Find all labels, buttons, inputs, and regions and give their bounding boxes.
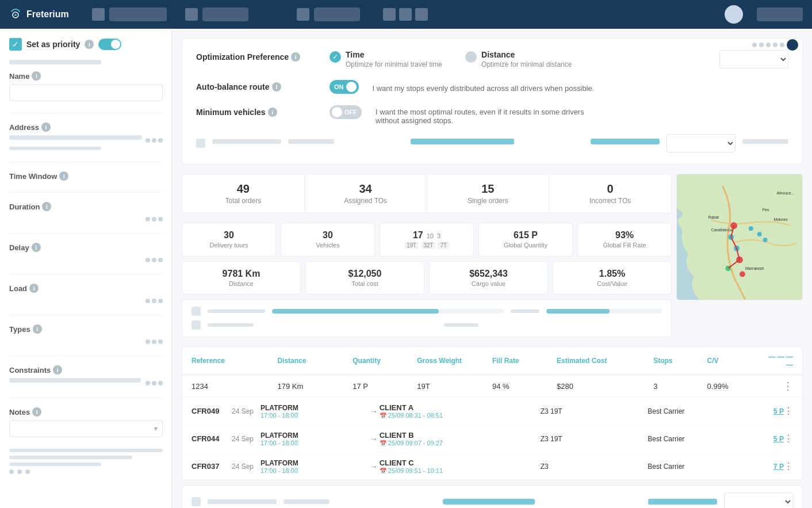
minvehicles-toggle[interactable]: OFF <box>330 105 362 119</box>
th-reference: Reference <box>191 357 277 365</box>
dr-carrier-cfr037: Best Carrier <box>648 463 755 471</box>
dr-from-name-cfr044: PLATFORM <box>261 431 368 440</box>
progress-icon-1 <box>191 307 201 316</box>
cost-value-num: 1.85% <box>558 269 667 279</box>
dr-dots-cfr044[interactable]: ⋮ <box>784 433 793 444</box>
dr-from-time-cfr049: 17:00 - 18:00 <box>261 412 368 419</box>
delivery-table: Reference Distance Quantity Gross Weight… <box>182 346 803 480</box>
nav-item-2[interactable] <box>202 7 248 21</box>
constraints-info-icon: i <box>53 365 62 375</box>
summary-cv: 0.99% <box>707 382 761 391</box>
duration-info-icon: i <box>42 202 51 211</box>
opt-select-1[interactable] <box>719 50 788 68</box>
stat-total-orders: 49 Total orders <box>182 174 305 213</box>
dot-large <box>787 39 798 51</box>
svg-text:Marrakesh: Marrakesh <box>745 266 764 270</box>
opt-autobalance-label: Auto-balance route i <box>196 80 311 91</box>
delivery-tours-label: Delivery tours <box>187 242 271 249</box>
dr-from-cfr037: PLATFORM 17:00 - 18:00 <box>261 459 368 474</box>
th-actions: — — — — <box>761 353 793 369</box>
field-name-label: Name i <box>9 71 163 81</box>
cargo-value-num: $652,343 <box>434 269 543 279</box>
dr-to-cfr049: CLIENT A 📅 25/09 08:31 - 08:51 <box>380 403 541 419</box>
time-label: Time <box>346 50 442 59</box>
opt-select-2[interactable] <box>667 134 736 152</box>
minvehicles-info: i <box>268 108 277 117</box>
dr-to-time-cfr044: 📅 25/09 09:07 - 09:27 <box>380 440 541 446</box>
stat-single-orders-num: 15 <box>432 182 545 196</box>
summary-more-icon[interactable]: ⋮ <box>761 380 793 392</box>
opt-time-choice[interactable]: ✓ Time Optimize for minimal travel time <box>330 50 442 68</box>
progress-label-2 <box>208 323 254 327</box>
divider-types <box>9 356 163 356</box>
time-desc: Optimize for minimal travel time <box>346 60 442 68</box>
dr-to-name-cfr037: CLIENT C <box>380 459 541 467</box>
dot-2 <box>759 43 764 47</box>
divider-address <box>9 162 163 162</box>
dr-link-cfr044[interactable]: 5 P <box>755 435 784 443</box>
stat-global-fill: 93% Global Fill Rate <box>577 223 672 257</box>
minvehicles-desc: I want the most optimal routes, even if … <box>376 105 606 125</box>
global-fill-num: 93% <box>583 230 667 240</box>
main-layout: ✓ Set as priority i Name i Address i <box>0 29 812 508</box>
field-address-label: Address i <box>9 123 163 132</box>
stat-incorrect-tos-num: 0 <box>554 182 667 196</box>
bottom-select[interactable] <box>724 492 793 508</box>
field-constraints-label: Constraints i <box>9 365 163 375</box>
chevron-down-icon: ▾ <box>154 425 158 433</box>
summary-quantity: 17 P <box>353 382 417 391</box>
stat-delivery-tours: 30 Delivery tours <box>182 223 276 257</box>
nav-item-1[interactable] <box>109 7 167 21</box>
autobalance-toggle[interactable]: ON <box>330 80 359 94</box>
stat-single-orders-label: Single orders <box>432 197 545 205</box>
bottom-bar <box>182 485 803 508</box>
user-menu[interactable] <box>757 7 803 21</box>
bottom-ph-bar2 <box>284 499 330 504</box>
nav-item-3[interactable] <box>314 7 360 21</box>
delay-info-icon: i <box>32 243 41 252</box>
dr-date-cfr049: 24 Sep <box>232 407 261 415</box>
stat-total-cost: $12,050 Total cost <box>305 261 424 295</box>
total-cost-num: $12,050 <box>311 269 419 279</box>
opt-minvehicles-row: Minimum vehicles i OFF I want the most o… <box>196 105 788 125</box>
nav-icon-2 <box>185 8 198 21</box>
priority-toggle[interactable] <box>98 39 121 50</box>
dr-dots-cfr037[interactable]: ⋮ <box>784 461 793 472</box>
toggle-knob-off <box>332 107 342 117</box>
opt-preference-controls: ✓ Time Optimize for minimal travel time … <box>330 50 701 68</box>
priority-section: ✓ Set as priority i <box>9 38 163 51</box>
summary-fill-rate: 94 % <box>492 382 557 391</box>
address-dots <box>145 138 163 143</box>
dr-dots-cfr049[interactable]: ⋮ <box>784 406 793 417</box>
dr-date-cfr044: 24 Sep <box>232 435 261 443</box>
svg-text:Rabat: Rabat <box>708 215 719 219</box>
opt-preference-row: Optimization Preference i ✓ Time Optimiz… <box>196 50 788 68</box>
stat-mixed-17: 17 <box>413 230 423 240</box>
priority-checkbox[interactable]: ✓ <box>9 38 22 51</box>
dr-from-time-cfr044: 17:00 - 18:00 <box>261 440 368 446</box>
svg-point-1 <box>14 14 17 16</box>
dr-link-cfr037[interactable]: 7 P <box>755 463 784 471</box>
field-time-window-label: Time Window i <box>9 171 163 181</box>
user-avatar <box>725 5 743 24</box>
dr-to-cfr037: CLIENT C 📅 25/09 09:51 - 10:11 <box>380 459 541 474</box>
logo-text: Freterium <box>26 9 69 20</box>
bottom-ph3 <box>9 463 101 466</box>
bottom-ph-blue2 <box>648 499 717 505</box>
notes-dropdown[interactable]: ▾ <box>9 420 163 437</box>
th-distance: Distance <box>277 357 353 365</box>
stat-global-quantity: 615 P Global Quantity <box>478 223 573 257</box>
total-cost-label: Total cost <box>311 280 419 287</box>
name-input[interactable] <box>9 84 163 101</box>
dr-from-cfr049: PLATFORM 17:00 - 18:00 <box>261 404 368 419</box>
th-stops: Stops <box>653 357 707 365</box>
field-address: Address i <box>9 123 163 150</box>
progress-sub-ph <box>444 323 478 327</box>
progress-row-2 <box>191 320 662 330</box>
arrow-icon-cfr044: → <box>368 434 380 444</box>
types-dots <box>145 339 163 344</box>
calendar-icon-2: 📅 <box>380 440 386 446</box>
dr-link-cfr049[interactable]: 5 P <box>755 407 784 415</box>
opt-distance-choice[interactable]: Distance Optimize for minimal distance <box>465 50 572 68</box>
field-name: Name i <box>9 71 163 101</box>
